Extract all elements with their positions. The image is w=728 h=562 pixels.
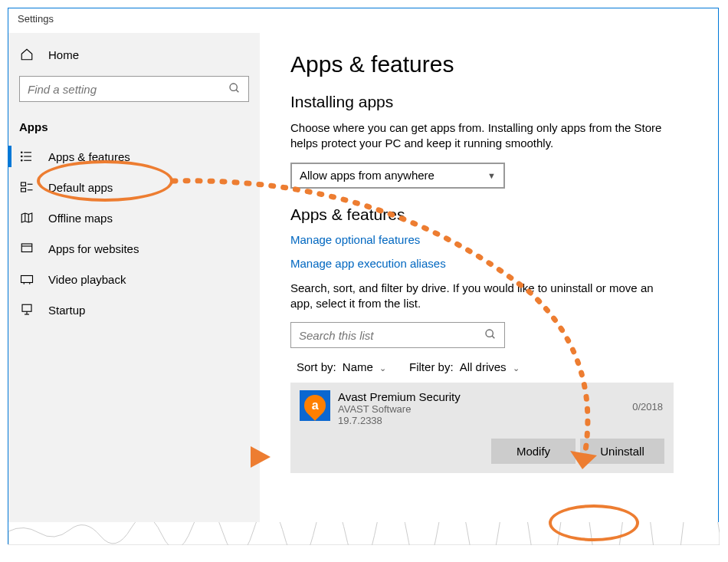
app-date: 0/2018 — [632, 401, 663, 412]
nav-home[interactable]: Home — [8, 39, 260, 70]
sidebar: Home Apps Apps & features Default ap — [8, 33, 260, 544]
svg-rect-16 — [21, 276, 33, 283]
app-publisher: AVAST Software — [338, 403, 664, 415]
nav-startup[interactable]: Startup — [8, 294, 260, 325]
chevron-down-icon: ⌄ — [379, 363, 386, 373]
sort-filter-bar: Sort by: Name ⌄ Filter by: All drives ⌄ — [290, 360, 687, 373]
uninstall-button[interactable]: Uninstall — [580, 439, 664, 464]
page-title: Apps & features — [290, 51, 687, 77]
nav-default-apps[interactable]: Default apps — [8, 172, 260, 202]
search-icon — [484, 328, 497, 343]
nav-label: Apps & features — [48, 150, 130, 163]
list-icon — [19, 149, 34, 164]
app-name: Avast Premium Security — [338, 390, 664, 403]
sidebar-search-input[interactable] — [28, 83, 228, 96]
modify-button[interactable]: Modify — [491, 439, 576, 464]
svg-point-22 — [486, 330, 493, 337]
nav-apps-features[interactable]: Apps & features — [8, 141, 260, 172]
torn-edge-decoration — [8, 522, 720, 545]
search-icon — [228, 82, 241, 97]
nav-label: Default apps — [48, 181, 113, 194]
chevron-down-icon: ⌄ — [513, 363, 520, 373]
websites-icon — [19, 241, 34, 256]
app-search[interactable] — [290, 322, 505, 348]
startup-icon — [19, 302, 34, 317]
features-heading: Apps & features — [290, 205, 687, 224]
svg-line-1 — [236, 90, 238, 92]
installing-desc: Choose where you can get apps from. Inst… — [290, 120, 674, 152]
nav-home-label: Home — [48, 48, 79, 61]
svg-point-0 — [230, 84, 237, 90]
filter-label: Filter by: — [409, 360, 454, 373]
sort-label: Sort by: — [297, 360, 336, 373]
link-optional-features[interactable]: Manage optional features — [290, 233, 687, 246]
nav-video-playback[interactable]: Video playback — [8, 264, 260, 294]
app-version: 19.7.2338 — [338, 415, 664, 426]
svg-point-7 — [21, 160, 23, 162]
window-title: Settings — [8, 8, 718, 33]
app-icon-letter: a — [312, 399, 319, 412]
install-source-dropdown[interactable]: Allow apps from anywhere ▼ — [290, 163, 505, 189]
svg-point-5 — [21, 152, 23, 153]
main-panel: Apps & features Installing apps Choose w… — [260, 33, 718, 544]
chevron-down-icon: ▼ — [487, 171, 496, 180]
filter-control[interactable]: Filter by: All drives ⌄ — [409, 360, 520, 373]
settings-window: Settings Home Apps Apps & feat — [8, 8, 719, 544]
map-icon — [19, 210, 34, 225]
sidebar-search[interactable] — [19, 76, 249, 102]
svg-line-23 — [492, 336, 494, 338]
svg-rect-19 — [22, 304, 31, 311]
nav-label: Video playback — [48, 273, 126, 286]
svg-rect-14 — [21, 244, 32, 252]
filter-value: All drives — [460, 360, 507, 373]
app-icon: a — [300, 390, 330, 421]
app-card[interactable]: a Avast Premium Security AVAST Software … — [290, 383, 674, 473]
content-area: Home Apps Apps & features Default ap — [8, 33, 718, 544]
installing-heading: Installing apps — [290, 93, 687, 111]
sort-value: Name — [343, 360, 373, 373]
sidebar-heading: Apps — [8, 113, 260, 141]
nav-label: Startup — [48, 304, 85, 317]
svg-rect-9 — [21, 189, 26, 192]
nav-label: Offline maps — [48, 212, 113, 225]
nav-label: Apps for websites — [48, 242, 139, 255]
link-execution-aliases[interactable]: Manage app execution aliases — [290, 257, 687, 270]
app-search-input[interactable] — [299, 329, 484, 342]
nav-offline-maps[interactable]: Offline maps — [8, 202, 260, 233]
dropdown-value: Allow apps from anywhere — [300, 169, 435, 182]
nav-apps-websites[interactable]: Apps for websites — [8, 233, 260, 264]
video-icon — [19, 271, 34, 287]
svg-point-6 — [21, 156, 23, 157]
home-icon — [19, 47, 34, 62]
defaults-icon — [19, 179, 34, 195]
sort-control[interactable]: Sort by: Name ⌄ — [297, 360, 386, 373]
features-desc: Search, sort, and filter by drive. If yo… — [290, 281, 674, 312]
svg-rect-8 — [21, 182, 26, 186]
